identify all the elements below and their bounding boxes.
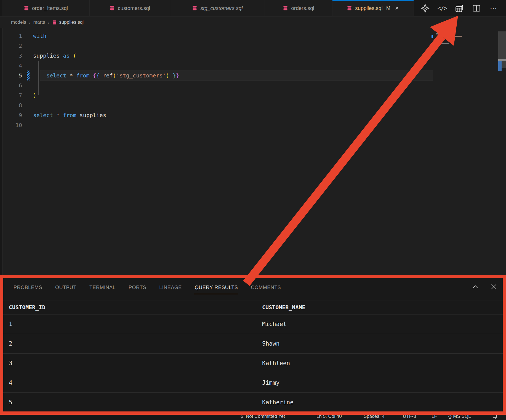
dbt-extension-icon[interactable] [420,3,430,14]
panel-tab-ports[interactable]: PORTS [129,285,146,290]
language-mode[interactable]: {} MS SQL [448,413,471,420]
line-number: 6 [0,80,22,90]
cursor-position[interactable]: Ln 5, Col 40 [316,413,342,420]
overview-ruler[interactable] [498,31,506,68]
code-line-1[interactable]: with [33,31,46,41]
code-editor[interactable]: 1 2 3 4 5 6 7 8 9 10 with supplies as ( … [0,28,506,275]
breadcrumb-subfolder[interactable]: marts [33,20,45,25]
panel-tab-terminal[interactable]: TERMINAL [89,285,116,290]
tab-stg-customers-sql[interactable]: stg_customers.sql [170,0,265,16]
status-bar: Not Committed Yet Ln 5, Col 40 Spaces: 4… [0,412,506,420]
cell-customer-name: Shawn [262,340,279,347]
tab-label: order_items.sql [32,5,68,11]
indentation-setting[interactable]: Spaces: 4 [364,413,385,420]
tab-supplies-sql[interactable]: supplies.sql M [332,0,414,16]
cell-customer-name: Jimmy [262,379,279,386]
cell-customer-name: Kathleen [262,360,290,367]
table-row[interactable]: 1 Michael [0,314,506,334]
panel-tab-query-results[interactable]: QUERY RESULTS [195,285,238,290]
panel-tab-problems[interactable]: PROBLEMS [14,285,42,290]
tab-order-items-sql[interactable]: order_items.sql [2,0,90,16]
panel-tab-bar: PROBLEMS OUTPUT TERMINAL PORTS LINEAGE Q… [0,275,506,300]
database-icon [24,6,29,11]
table-row[interactable]: 5 Katherine [0,393,506,412]
cell-customer-name: Michael [262,321,287,327]
line-number: 7 [0,90,22,100]
breadcrumb-folder[interactable]: models [11,20,26,25]
code-line-5[interactable]: select * from {{ ref('stg_customers') }} [33,71,179,80]
encoding-setting[interactable]: UTF-8 [403,413,416,420]
tab-label: customers.sql [118,5,150,11]
column-header-customer-name: CUSTOMER_NAME [262,304,305,311]
code-line-9[interactable]: select * from supplies [33,110,106,120]
database-icon [52,20,57,25]
database-icon [347,6,352,11]
cell-customer-id: 3 [9,360,12,367]
compile-code-icon[interactable]: </> [437,3,448,14]
cell-customer-id: 4 [9,379,12,386]
git-status[interactable]: Not Committed Yet [239,413,285,420]
query-results-table: CUSTOMER_ID CUSTOMER_NAME 1 Michael 2 Sh… [0,300,506,412]
panel-collapse-icon[interactable] [471,282,480,292]
table-header-row: CUSTOMER_ID CUSTOMER_NAME [0,300,506,314]
tab-customers-sql[interactable]: customers.sql [90,0,170,16]
breadcrumb-file[interactable]: supplies.sql [52,20,84,25]
database-icon [110,6,115,11]
modified-line-gutter-marker [27,71,30,80]
minimap[interactable] [435,30,469,47]
tab-label: supplies.sql [355,5,382,11]
split-editor-icon[interactable] [471,3,482,14]
modified-badge: M [386,5,390,11]
cell-customer-name: Katherine [262,399,294,406]
query-results-icon[interactable] [454,3,465,14]
line-number: 2 [0,41,22,51]
panel-close-icon[interactable] [489,282,498,292]
line-number-current: 5 [0,71,22,80]
braces-icon: {} [448,414,451,419]
eol-setting[interactable]: LF [432,413,437,420]
tab-orders-sql[interactable]: orders.sql [265,0,332,16]
notifications-bell-icon[interactable] [493,413,498,420]
editor-actions: </> ⋯ [420,0,499,17]
chevron-right-icon: › [48,20,49,25]
commit-icon [239,414,244,419]
tab-label: stg_customers.sql [200,5,243,11]
code-line-3[interactable]: supplies as ( [33,51,76,61]
table-row[interactable]: 2 Shawn [0,334,506,354]
cell-customer-id: 5 [9,399,12,406]
line-number: 10 [0,120,22,130]
table-row[interactable]: 4 Jimmy [0,373,506,393]
chevron-right-icon: › [29,20,31,25]
line-number: 8 [0,100,22,110]
cell-customer-id: 1 [9,321,12,327]
column-header-customer-id: CUSTOMER_ID [9,304,45,311]
database-icon [283,6,288,11]
bottom-panel: PROBLEMS OUTPUT TERMINAL PORTS LINEAGE Q… [0,275,506,412]
table-row[interactable]: 3 Kathleen [0,354,506,373]
panel-tab-comments[interactable]: COMMENTS [251,285,281,290]
breadcrumb: models › marts › supplies.sql [2,17,506,28]
line-number: 4 [0,61,22,71]
line-number: 9 [0,110,22,120]
vscode-window: order_items.sql customers.sql stg_custom… [0,0,506,420]
panel-tab-output[interactable]: OUTPUT [55,285,76,290]
database-icon [192,6,197,11]
more-actions-icon[interactable]: ⋯ [488,3,499,14]
panel-actions [471,282,498,292]
tab-label: orders.sql [291,5,314,11]
line-number: 3 [0,51,22,61]
ruler-modified-marker [498,61,502,71]
cell-customer-id: 2 [9,340,12,347]
code-line-7[interactable]: ) [33,90,36,100]
line-number: 1 [0,31,22,41]
panel-tab-lineage[interactable]: LINEAGE [159,285,182,290]
tab-close-icon[interactable] [395,6,399,10]
